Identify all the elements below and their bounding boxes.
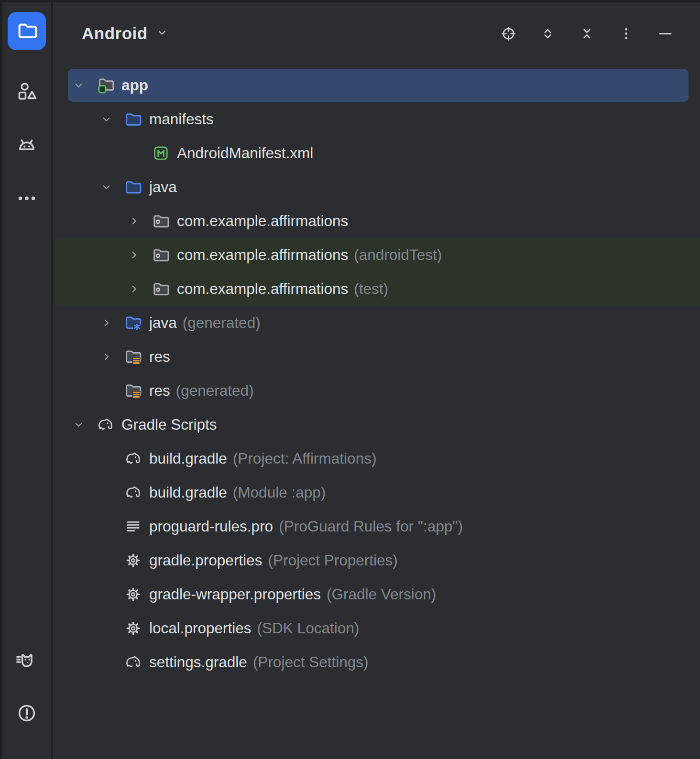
generated-folder-icon bbox=[124, 314, 142, 332]
gear-icon bbox=[124, 585, 142, 604]
tree-row-label: res bbox=[149, 382, 170, 400]
tree-row-suffix: (Project: Affirmations) bbox=[233, 450, 377, 467]
project-tree: appmanifestsAndroidManifest.xmljavacom.e… bbox=[55, 68, 700, 679]
gear-icon bbox=[124, 619, 142, 638]
sidebar-item-problems[interactable] bbox=[8, 701, 46, 726]
res-folder-icon bbox=[124, 347, 142, 366]
chevron-right-icon[interactable] bbox=[97, 349, 124, 364]
res-folder-icon bbox=[124, 381, 142, 400]
tree-row-label: res bbox=[149, 348, 170, 366]
logcat-cat-icon bbox=[15, 647, 39, 671]
stripe-bottom-group bbox=[2, 646, 51, 759]
sidebar-item-running-devices[interactable] bbox=[8, 132, 46, 157]
view-selector-dropdown[interactable]: Android bbox=[82, 24, 169, 43]
tree-row-label: manifests bbox=[149, 110, 214, 128]
gradle-icon bbox=[124, 653, 142, 672]
tree-row-label: app bbox=[121, 76, 148, 94]
tree-row-manifests[interactable]: manifests bbox=[55, 102, 700, 136]
gear-icon bbox=[124, 551, 142, 570]
view-selector-label: Android bbox=[82, 24, 148, 43]
tree-row-label: com.example.affirmations bbox=[177, 212, 348, 230]
hide-tool-window-button[interactable] bbox=[656, 24, 674, 43]
package-icon bbox=[152, 246, 170, 264]
tree-row-suffix: (Module :app) bbox=[233, 484, 326, 501]
gradle-icon bbox=[124, 653, 142, 672]
chevron-right-icon bbox=[127, 282, 142, 296]
chevron-right-icon bbox=[99, 315, 114, 330]
chevron-right-icon bbox=[127, 248, 142, 262]
problems-exclamation-icon bbox=[15, 701, 39, 725]
chevron-down-icon[interactable] bbox=[69, 417, 96, 432]
tree-row-package-test[interactable]: com.example.affirmations(test) bbox=[55, 272, 700, 306]
tree-row-suffix: (androidTest) bbox=[354, 246, 442, 264]
gradle-icon bbox=[124, 483, 142, 502]
module-folder-icon bbox=[96, 76, 115, 95]
chevron-down-icon bbox=[71, 78, 86, 93]
sidebar-item-more-tool-windows[interactable] bbox=[8, 186, 46, 211]
chevron-right-icon[interactable] bbox=[125, 248, 152, 262]
tree-row-package-android-test[interactable]: com.example.affirmations(androidTest) bbox=[55, 238, 700, 272]
options-button[interactable] bbox=[617, 24, 635, 43]
chevron-right-icon bbox=[99, 349, 114, 364]
sidebar-item-resource-manager[interactable] bbox=[8, 79, 46, 104]
expand-all-button[interactable] bbox=[538, 24, 557, 43]
tree-row-res[interactable]: res bbox=[55, 340, 700, 374]
tree-row-android-manifest[interactable]: AndroidManifest.xml bbox=[55, 136, 700, 170]
tree-row-suffix: (Project Settings) bbox=[253, 653, 369, 671]
res-folder-icon bbox=[124, 347, 142, 366]
tree-row-label: com.example.affirmations bbox=[177, 246, 348, 264]
gradle-icon bbox=[124, 449, 142, 468]
tree-row-label: local.properties bbox=[149, 619, 252, 637]
gradle-icon bbox=[124, 483, 142, 502]
package-icon bbox=[152, 280, 170, 298]
folder-icon bbox=[124, 110, 142, 129]
tree-row-gradle-wrapper-properties[interactable]: gradle-wrapper.properties(Gradle Version… bbox=[55, 577, 700, 611]
tree-row-build-gradle-project[interactable]: build.gradle(Project: Affirmations) bbox=[55, 442, 700, 476]
chevron-down-icon bbox=[99, 180, 114, 195]
manifest-icon bbox=[152, 144, 170, 163]
chevron-down-icon bbox=[71, 417, 86, 432]
tree-row-package-main[interactable]: com.example.affirmations bbox=[55, 204, 700, 238]
tree-row-java[interactable]: java bbox=[55, 170, 700, 204]
chevron-down-icon[interactable] bbox=[97, 112, 124, 127]
gradle-icon bbox=[124, 449, 142, 468]
tree-row-local-properties[interactable]: local.properties(SDK Location) bbox=[55, 611, 700, 645]
tree-row-label: AndroidManifest.xml bbox=[177, 144, 313, 162]
tree-row-res-generated[interactable]: res(generated) bbox=[55, 374, 700, 408]
project-folder-icon bbox=[16, 20, 38, 42]
tree-row-settings-gradle[interactable]: settings.gradle(Project Settings) bbox=[55, 645, 700, 679]
chevron-right-icon[interactable] bbox=[97, 315, 124, 330]
tree-row-label: settings.gradle bbox=[149, 653, 247, 671]
minimize-dash-icon bbox=[656, 25, 674, 43]
chevron-down-icon[interactable] bbox=[97, 180, 124, 195]
sidebar-item-logcat[interactable] bbox=[8, 646, 46, 671]
text-file-icon bbox=[124, 517, 142, 536]
chevron-down-icon[interactable] bbox=[69, 78, 96, 93]
tree-row-build-gradle-module[interactable]: build.gradle(Module :app) bbox=[55, 476, 700, 510]
chevron-right-icon[interactable] bbox=[125, 214, 152, 228]
gear-icon bbox=[124, 585, 142, 604]
tree-row-gradle-scripts[interactable]: Gradle Scripts bbox=[55, 408, 700, 442]
collapse-all-button[interactable] bbox=[578, 24, 596, 43]
manifest-icon bbox=[152, 144, 170, 163]
tree-row-gradle-properties[interactable]: gradle.properties(Project Properties) bbox=[55, 543, 700, 577]
tree-row-app[interactable]: app bbox=[55, 68, 700, 102]
gradle-icon bbox=[96, 415, 115, 434]
tree-row-label: java bbox=[149, 178, 177, 196]
package-icon bbox=[152, 246, 170, 264]
tree-row-java-generated[interactable]: java(generated) bbox=[55, 306, 700, 340]
tree-row-label: com.example.affirmations bbox=[177, 280, 348, 298]
res-folder-icon bbox=[124, 381, 142, 400]
chevron-right-icon[interactable] bbox=[125, 282, 152, 296]
generated-folder-icon bbox=[124, 314, 142, 332]
folder-icon bbox=[124, 178, 142, 196]
sidebar-item-project[interactable] bbox=[8, 12, 46, 50]
expand-all-icon bbox=[539, 25, 557, 43]
tool-window-stripe bbox=[2, 2, 53, 759]
folder-icon bbox=[124, 178, 142, 196]
project-tool-window: Android appmanifestsAndroidManifest.xmlj… bbox=[55, 2, 700, 759]
tree-row-proguard-rules[interactable]: proguard-rules.pro(ProGuard Rules for ":… bbox=[55, 510, 700, 543]
select-opened-file-button[interactable] bbox=[499, 24, 517, 43]
tree-row-suffix: (ProGuard Rules for ":app") bbox=[279, 518, 463, 535]
tree-row-label: java bbox=[149, 314, 177, 332]
